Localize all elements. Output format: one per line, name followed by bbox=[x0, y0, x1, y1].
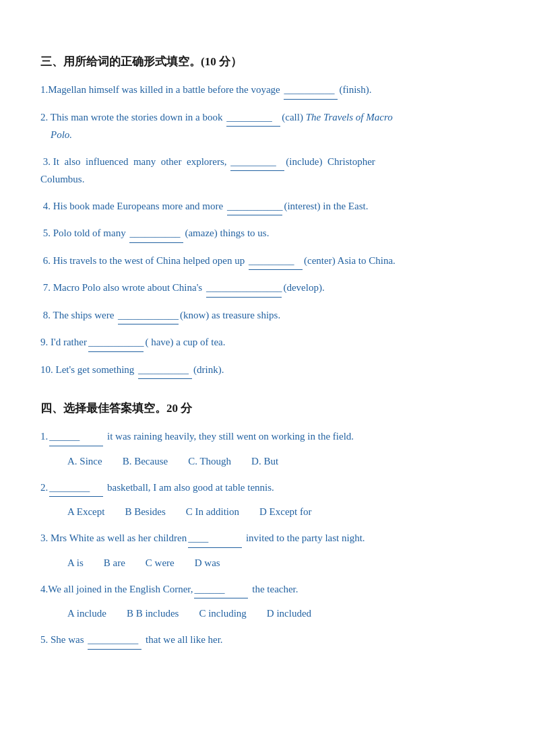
s4-q1-text-line: 1.______ it was raining heavily, they st… bbox=[40, 428, 495, 446]
s4-q4-options: A include B B includes C including D inc… bbox=[67, 608, 495, 619]
s3-q6-hint: (center) Asia to China. bbox=[304, 255, 396, 266]
s3-q2-blank: _________ bbox=[226, 109, 280, 127]
s4-q1-text: it was raining heavily, they still went … bbox=[104, 431, 354, 442]
s3-q1-text: 1.Magellan himself was killed in a battl… bbox=[40, 84, 282, 95]
s3-q3-text: 3. It also influenced many other explore… bbox=[40, 156, 229, 167]
s4-question-4: 4.We all joined in the English Corner,__… bbox=[40, 581, 495, 620]
s4-q2-text: basketball, I am also good at table tenn… bbox=[104, 482, 274, 493]
s3-question-2: 2. This man wrote the stories down in a … bbox=[40, 109, 495, 144]
s3-q7-blank: _______________ bbox=[206, 279, 282, 298]
s3-q1-blank: __________ bbox=[284, 81, 338, 100]
s3-q2-text: 2. This man wrote the stories down in a … bbox=[40, 112, 225, 123]
s4-q2-text-line: 2.________ basketball, I am also good at… bbox=[40, 479, 495, 497]
s3-q4-hint: (interest) in the East. bbox=[284, 201, 368, 211]
section-3-title: 三、用所给词的正确形式填空。(10 分） bbox=[40, 54, 495, 69]
s4-question-2: 2.________ basketball, I am also good at… bbox=[40, 479, 495, 518]
s3-q7-hint: (develop). bbox=[283, 282, 324, 293]
s3-q9-hint: ( have) a cup of tea. bbox=[145, 337, 225, 347]
s4-q3-options: A is B are C were D was bbox=[67, 557, 495, 569]
s4-q3-optC: C were bbox=[146, 557, 175, 569]
s4-q5-text: that we all like her. bbox=[143, 634, 222, 645]
s3-q8-hint: (know) as treasure ships. bbox=[180, 310, 280, 320]
s3-q7-text: 7. Macro Polo also wrote about China's bbox=[40, 282, 205, 293]
s3-q10-text: 10. Let's get something bbox=[40, 364, 137, 375]
s3-question-7: 7. Macro Polo also wrote about China's _… bbox=[40, 279, 495, 298]
s4-q5-text-line: 5. She was __________ that we all like h… bbox=[40, 631, 495, 650]
s3-q8-text: 8. The ships were bbox=[40, 310, 117, 320]
s4-q5-prefix: 5. She was bbox=[40, 634, 86, 645]
s4-q2-optB: B Besides bbox=[125, 506, 165, 518]
s4-q2-blank: ________ bbox=[49, 479, 103, 497]
s4-q1-optD: D. But bbox=[251, 456, 278, 467]
s4-q1-optC: C. Though bbox=[188, 456, 231, 467]
s4-q4-optB: B B includes bbox=[127, 608, 179, 619]
section-4-title: 四、选择最佳答案填空。20 分 bbox=[40, 401, 495, 416]
s4-question-3: 3. Mrs White as well as her children____… bbox=[40, 530, 495, 569]
s4-q4-optA: A include bbox=[67, 608, 106, 619]
s3-question-4: 4. His book made Europeans more and more… bbox=[40, 198, 495, 216]
s3-q1-hint: (finish). bbox=[339, 84, 371, 95]
s4-q4-optD: D included bbox=[267, 608, 311, 619]
s3-q6-blank: _________ bbox=[249, 252, 303, 271]
s4-q2-prefix: 2. bbox=[40, 482, 48, 493]
s4-q4-optC: C including bbox=[199, 608, 246, 619]
s3-q6-text: 6. His travels to the west of China help… bbox=[40, 255, 247, 266]
s4-q3-optA: A is bbox=[67, 557, 84, 569]
s3-q9-blank: ___________ bbox=[88, 334, 144, 352]
s4-q1-prefix: 1. bbox=[40, 431, 48, 442]
s3-question-1: 1.Magellan himself was killed in a battl… bbox=[40, 81, 495, 100]
s3-q10-hint: (drink). bbox=[193, 364, 224, 375]
s4-q3-text: invited to the party last night. bbox=[243, 532, 365, 543]
s4-q2-optD: D Except for bbox=[259, 506, 311, 518]
s4-q1-optB: B. Because bbox=[123, 456, 168, 467]
s4-q4-prefix: 4.We all joined in the English Corner, bbox=[40, 584, 193, 594]
s3-q5-blank: __________ bbox=[129, 225, 183, 243]
s3-q10-blank: __________ bbox=[138, 362, 192, 380]
s4-q4-text: the teacher. bbox=[249, 584, 298, 594]
s4-q3-optD: D was bbox=[195, 557, 220, 569]
s4-q2-optC: C In addition bbox=[186, 506, 239, 518]
s4-q3-optB: B are bbox=[104, 557, 125, 569]
s3-question-8: 8. The ships were ____________(know) as … bbox=[40, 307, 495, 325]
s3-q9-text: 9. I'd rather bbox=[40, 337, 87, 347]
s4-q1-optA: A. Since bbox=[67, 456, 102, 467]
s3-q3-blank: _________ bbox=[230, 153, 284, 172]
s3-q5-text: 5. Polo told of many bbox=[40, 228, 128, 238]
s3-question-3: 3. It also influenced many other explore… bbox=[40, 153, 495, 188]
s4-q2-optA: A Except bbox=[67, 506, 104, 518]
s3-question-6: 6. His travels to the west of China help… bbox=[40, 252, 495, 271]
section-4: 四、选择最佳答案填空。20 分 1.______ it was raining … bbox=[40, 401, 495, 650]
s4-q3-blank: ____ bbox=[188, 530, 242, 548]
s3-q4-blank: ___________ bbox=[227, 198, 283, 216]
s4-q2-options: A Except B Besides C In addition D Excep… bbox=[67, 506, 495, 518]
s3-q8-blank: ____________ bbox=[118, 307, 179, 325]
s4-q5-blank: __________ bbox=[88, 631, 141, 650]
s4-q4-blank: ______ bbox=[194, 581, 248, 599]
s4-question-1: 1.______ it was raining heavily, they st… bbox=[40, 428, 495, 467]
s3-question-9: 9. I'd rather___________( have) a cup of… bbox=[40, 334, 495, 352]
s4-q1-blank: ______ bbox=[49, 428, 103, 446]
s3-q4-text: 4. His book made Europeans more and more bbox=[40, 201, 226, 211]
section-3: 三、用所给词的正确形式填空。(10 分） 1.Magellan himself … bbox=[40, 54, 495, 379]
s4-q1-options: A. Since B. Because C. Though D. But bbox=[67, 456, 495, 467]
s4-q3-text-line: 3. Mrs White as well as her children____… bbox=[40, 530, 495, 548]
s4-q3-prefix: 3. Mrs White as well as her children bbox=[40, 532, 187, 543]
s4-question-5: 5. She was __________ that we all like h… bbox=[40, 631, 495, 650]
s3-question-5: 5. Polo told of many __________(amaze) t… bbox=[40, 225, 495, 243]
s4-q4-text-line: 4.We all joined in the English Corner,__… bbox=[40, 581, 495, 599]
s3-q5-hint: (amaze) things to us. bbox=[185, 228, 269, 238]
s3-question-10: 10. Let's get something __________(drink… bbox=[40, 362, 495, 380]
